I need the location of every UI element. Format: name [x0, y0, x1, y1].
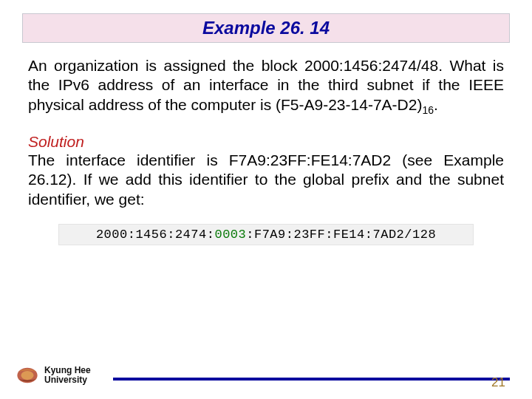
problem-text: An organization is assigned the block 20…	[28, 56, 504, 117]
ipv6-result-box: 2000:1456:2474:0003:F7A9:23FF:FE14:7AD2/…	[58, 224, 474, 245]
solution-heading: Solution	[28, 133, 504, 151]
ipv6-prefix: 2000:1456:2474:	[96, 228, 215, 242]
solution-body: The interface identifier is F7A9:23FF:FE…	[28, 151, 504, 209]
page-number: 21	[491, 375, 505, 390]
example-header: Example 26. 14	[22, 13, 510, 43]
svg-point-1	[21, 371, 34, 380]
footer: Kyung Hee University 21	[15, 365, 510, 386]
university-name: Kyung Hee University	[44, 366, 91, 385]
footer-divider	[113, 378, 510, 381]
subscript-16: 16	[422, 104, 434, 116]
example-title: Example 26. 14	[202, 18, 330, 38]
mac-address: (F5-A9-23-14-7A-D2)	[276, 96, 422, 113]
footer-inner: Kyung Hee University	[15, 365, 510, 386]
university-line2: University	[44, 375, 91, 385]
ipv6-interface: :F7A9:23FF:FE14:7AD2/128	[246, 228, 436, 242]
ipv6-subnet: 0003	[214, 228, 246, 242]
problem-part-c: .	[434, 96, 438, 113]
university-logo-icon	[15, 365, 40, 386]
problem-part-a: An organization is assigned the block	[28, 57, 304, 74]
block-address: 2000:1456:2474/48	[304, 57, 438, 74]
